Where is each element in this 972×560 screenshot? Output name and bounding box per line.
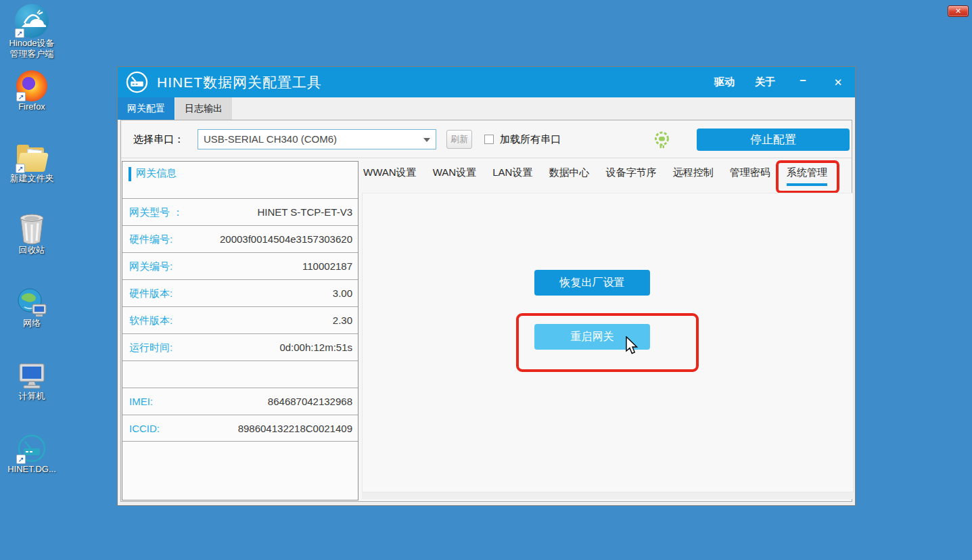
app-window: HINET数据网关配置工具 驱动 关于 – ✕ 网关配置 日志输出 选择串口： … [117, 66, 856, 506]
tab-log-output[interactable]: 日志输出 [175, 97, 232, 120]
info-row-empty [122, 360, 358, 388]
folder-icon: ➚ [16, 145, 48, 173]
factory-reset-button[interactable]: 恢复出厂设置 [534, 270, 650, 296]
info-row-gateway-id: 网关编号: 110002187 [122, 252, 358, 279]
desktop-icon-network[interactable]: 网络 [1, 287, 63, 329]
network-icon [16, 287, 47, 318]
info-row-software-version: 软件版本: 2.30 [122, 306, 358, 333]
tab-byte-order[interactable]: 设备字节序 [606, 166, 657, 183]
desktop-icon-label: 网络 [1, 318, 63, 329]
driver-menu-item[interactable]: 驱动 [714, 76, 735, 89]
hinode-client-icon: ➚ [15, 4, 49, 38]
connection-status-icon [653, 131, 671, 149]
info-row-model: 网关型号 ： HINET S-TCP-ET-V3 [122, 198, 358, 225]
desktop-icon-label: 管理客户端 [1, 49, 63, 60]
stop-config-button[interactable]: 停止配置 [697, 129, 850, 151]
recorder-close-button[interactable]: ✕ [948, 5, 969, 17]
shortcut-arrow-icon: ➚ [16, 92, 26, 101]
about-menu-item[interactable]: 关于 [755, 76, 775, 89]
titlebar: HINET数据网关配置工具 驱动 关于 – ✕ [118, 67, 855, 97]
main-tab-bar: 网关配置 日志输出 [118, 97, 855, 120]
tab-wwan-settings[interactable]: WWAN设置 [363, 166, 417, 183]
desktop-icon-new-folder[interactable]: ➚ 新建文件夹 [1, 145, 63, 184]
system-management-panel: 恢复出厂设置 重启网关 [362, 193, 854, 492]
config-tab-bar: WWAN设置 WAN设置 LAN设置 数据中心 设备字节序 远程控制 管理密码 … [363, 161, 827, 193]
serial-port-row: 选择串口： USB-SERIAL CH340 (COM6) 刷新 加载所有串口 … [121, 120, 852, 158]
desktop-icon-recycle-bin[interactable]: 回收站 [1, 212, 63, 256]
config-panel: WWAN设置 WAN设置 LAN设置 数据中心 设备字节序 远程控制 管理密码 … [362, 161, 854, 499]
firefox-icon: ➚ [16, 70, 47, 101]
gateway-info-panel: 网关信息 网关型号 ： HINET S-TCP-ET-V3 硬件编号: 2000… [122, 161, 358, 500]
desktop-icon-hinet-dg[interactable]: ➚ HINET.DG... [1, 433, 63, 475]
shortcut-arrow-icon: ➚ [16, 164, 25, 173]
section-accent-bar [129, 167, 131, 181]
window-content: 选择串口： USB-SERIAL CH340 (COM6) 刷新 加载所有串口 … [120, 120, 852, 502]
load-all-ports-label: 加载所有串口 [500, 120, 561, 158]
serial-port-value: USB-SERIAL CH340 (COM6) [204, 130, 337, 149]
load-all-ports-checkbox[interactable] [484, 135, 494, 144]
desktop-icon-label: 回收站 [1, 245, 63, 256]
window-title: HINET数据网关配置工具 [157, 73, 322, 92]
desktop-icon-label: Firefox [1, 101, 63, 112]
shortcut-arrow-icon: ➚ [16, 454, 26, 464]
close-button[interactable]: ✕ [831, 76, 846, 89]
tab-lan-settings[interactable]: LAN设置 [492, 166, 532, 183]
desktop-icon-computer[interactable]: 计算机 [1, 361, 63, 402]
info-row-uptime: 运行时间: 0d:00h:12m:51s [122, 333, 358, 360]
recycle-bin-icon [17, 212, 47, 245]
tab-system-management[interactable]: 系统管理 [787, 166, 827, 186]
desktop-icon-label: 新建文件夹 [1, 173, 63, 184]
refresh-button[interactable]: 刷新 [446, 130, 472, 149]
info-row-imei: IMEI: 864687042132968 [122, 388, 358, 415]
serial-port-select[interactable]: USB-SERIAL CH340 (COM6) [198, 129, 436, 149]
panel-footer-strip [362, 492, 854, 499]
desktop-icon-label: 计算机 [1, 391, 63, 402]
info-row-iccid: ICCID: 898604132218C0021409 [122, 415, 358, 442]
desktop-icon-label: Hinode设备 [1, 38, 63, 49]
info-row-hardware-id: 硬件编号: 20003f0014504e3157303620 [122, 225, 358, 252]
tab-wan-settings[interactable]: WAN设置 [433, 166, 476, 183]
app-logo-icon [126, 71, 148, 93]
tab-gateway-config[interactable]: 网关配置 [118, 97, 175, 120]
info-row-hardware-version: 硬件版本: 3.00 [122, 279, 358, 306]
tab-remote-control[interactable]: 远程控制 [673, 166, 714, 183]
tab-admin-password[interactable]: 管理密码 [730, 166, 770, 183]
shortcut-arrow-icon: ➚ [15, 28, 24, 38]
desktop-icon-firefox[interactable]: ➚ Firefox [1, 70, 63, 112]
tab-data-center[interactable]: 数据中心 [549, 166, 590, 183]
chevron-down-icon [423, 138, 430, 142]
desktop-icon-label: HINET.DG... [1, 464, 63, 475]
minimize-button[interactable]: – [795, 74, 810, 87]
computer-icon [16, 361, 48, 391]
gateway-info-title: 网关信息 [136, 167, 177, 180]
hinet-dg-icon: ➚ [16, 433, 47, 464]
serial-port-label: 选择串口： [133, 120, 184, 158]
reboot-gateway-button[interactable]: 重启网关 [534, 324, 650, 350]
desktop-icon-hinode-client[interactable]: ➚ Hinode设备 管理客户端 [1, 4, 63, 60]
